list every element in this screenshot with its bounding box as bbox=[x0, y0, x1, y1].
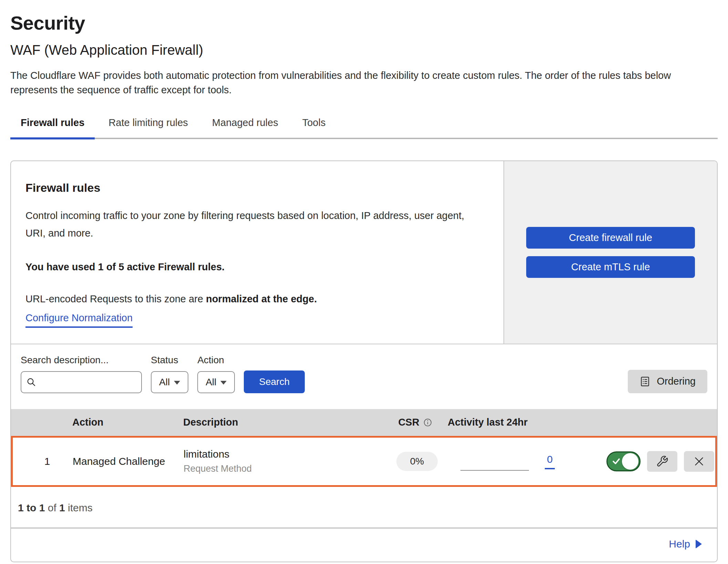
tab-tools[interactable]: Tools bbox=[292, 115, 336, 139]
activity-sparkline bbox=[460, 470, 529, 471]
normalization-text: URL-encoded Requests to this zone are bbox=[25, 293, 206, 304]
header-csr-label: CSR bbox=[398, 417, 419, 428]
status-filter-group: Status All bbox=[151, 355, 188, 393]
search-filter-group: Search description... bbox=[21, 355, 142, 393]
header-csr: CSR bbox=[384, 417, 446, 428]
search-input-box[interactable] bbox=[21, 371, 142, 393]
action-filter-group: Action All bbox=[197, 355, 235, 393]
action-label: Action bbox=[197, 355, 235, 366]
firewall-rules-info: Firewall rules Control incoming traffic … bbox=[11, 161, 503, 344]
check-icon bbox=[612, 457, 621, 466]
status-label: Status bbox=[151, 355, 188, 366]
search-description-label: Search description... bbox=[21, 355, 142, 366]
tab-firewall-rules[interactable]: Firewall rules bbox=[10, 115, 95, 139]
pagination-of: of bbox=[45, 502, 59, 513]
filter-bar: Search description... Status All Action bbox=[11, 344, 717, 409]
toggle-knob bbox=[622, 453, 638, 470]
normalization-note: URL-encoded Requests to this zone are no… bbox=[25, 293, 489, 305]
ordering-list-icon bbox=[639, 376, 651, 387]
firewall-rules-card: Firewall rules Control incoming traffic … bbox=[10, 160, 718, 562]
card-top-section: Firewall rules Control incoming traffic … bbox=[11, 161, 717, 344]
chevron-down-icon bbox=[220, 381, 227, 385]
security-waf-page: Security WAF (Web Application Firewall) … bbox=[0, 0, 728, 562]
rule-expression-summary: Request Method bbox=[184, 463, 386, 474]
close-icon bbox=[693, 455, 705, 468]
configure-normalization-link[interactable]: Configure Normalization bbox=[25, 312, 133, 328]
pagination-total: 1 bbox=[59, 502, 65, 513]
help-section: Help bbox=[11, 529, 717, 562]
page-title: Security bbox=[10, 0, 718, 34]
rules-table-header: Action Description CSR Activity last 24h… bbox=[11, 409, 717, 436]
info-icon[interactable] bbox=[423, 418, 433, 427]
activity-count-link[interactable]: 0 bbox=[545, 453, 555, 469]
rule-priority: 1 bbox=[13, 456, 61, 467]
create-mtls-rule-button[interactable]: Create mTLS rule bbox=[526, 256, 695, 278]
rule-description-cell: limitations Request Method bbox=[175, 448, 386, 474]
status-select[interactable]: All bbox=[151, 371, 188, 393]
table-row-firewall-rule[interactable]: 1 Managed Challenge limitations Request … bbox=[11, 436, 717, 487]
search-button[interactable]: Search bbox=[244, 370, 305, 393]
waf-tab-bar: Firewall rules Rate limiting rules Manag… bbox=[10, 115, 718, 139]
rule-description[interactable]: limitations bbox=[184, 448, 386, 460]
create-rule-panel: Create firewall rule Create mTLS rule bbox=[503, 161, 717, 344]
rule-enabled-toggle[interactable] bbox=[606, 451, 641, 471]
rule-csr-cell: 0% bbox=[386, 452, 448, 471]
rule-action: Managed Challenge bbox=[61, 456, 175, 467]
wrench-icon bbox=[656, 455, 668, 468]
rule-activity-cell: 0 bbox=[448, 452, 606, 471]
usage-summary: You have used 1 of 5 active Firewall rul… bbox=[25, 261, 489, 273]
tab-managed-rules[interactable]: Managed rules bbox=[202, 115, 289, 139]
search-input[interactable] bbox=[40, 377, 162, 387]
panel-heading: Firewall rules bbox=[25, 181, 489, 195]
status-selected-value: All bbox=[159, 377, 170, 388]
header-action: Action bbox=[59, 417, 173, 428]
create-firewall-rule-button[interactable]: Create firewall rule bbox=[526, 227, 695, 249]
pagination-range: 1 to 1 bbox=[18, 502, 45, 513]
help-link-label: Help bbox=[669, 538, 690, 550]
action-select[interactable]: All bbox=[197, 371, 235, 393]
help-link[interactable]: Help bbox=[669, 538, 702, 550]
header-description: Description bbox=[173, 417, 384, 428]
search-icon bbox=[26, 377, 37, 387]
delete-rule-button[interactable] bbox=[684, 451, 714, 472]
ordering-button[interactable]: Ordering bbox=[628, 370, 707, 393]
tab-rate-limiting-rules[interactable]: Rate limiting rules bbox=[98, 115, 198, 139]
normalization-bold-text: normalized at the edge. bbox=[206, 293, 317, 304]
ordering-button-label: Ordering bbox=[657, 376, 696, 387]
action-selected-value: All bbox=[206, 377, 216, 388]
rule-controls bbox=[606, 451, 715, 472]
csr-badge: 0% bbox=[396, 452, 438, 471]
arrow-right-icon bbox=[696, 540, 702, 549]
edit-rule-button[interactable] bbox=[647, 451, 677, 472]
pagination-summary: 1 to 1 of 1 items bbox=[11, 487, 717, 529]
page-subtitle: WAF (Web Application Firewall) bbox=[10, 42, 718, 58]
page-description: The Cloudflare WAF provides both automat… bbox=[10, 68, 716, 97]
pagination-items: items bbox=[65, 502, 93, 513]
header-activity: Activity last 24hr bbox=[446, 417, 605, 428]
chevron-down-icon bbox=[174, 381, 180, 385]
panel-description: Control incoming traffic to your zone by… bbox=[25, 207, 483, 242]
